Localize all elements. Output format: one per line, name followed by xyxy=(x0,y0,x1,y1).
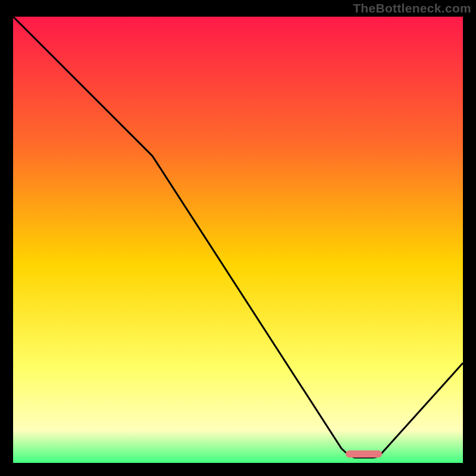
background-gradient xyxy=(13,17,463,463)
attribution-label: TheBottleneck.com xyxy=(353,1,471,15)
plot-area xyxy=(13,17,463,463)
plot-frame xyxy=(13,17,463,463)
chart-container: TheBottleneck.com xyxy=(0,0,476,476)
optimal-marker xyxy=(346,450,381,458)
svg-rect-0 xyxy=(13,17,463,463)
